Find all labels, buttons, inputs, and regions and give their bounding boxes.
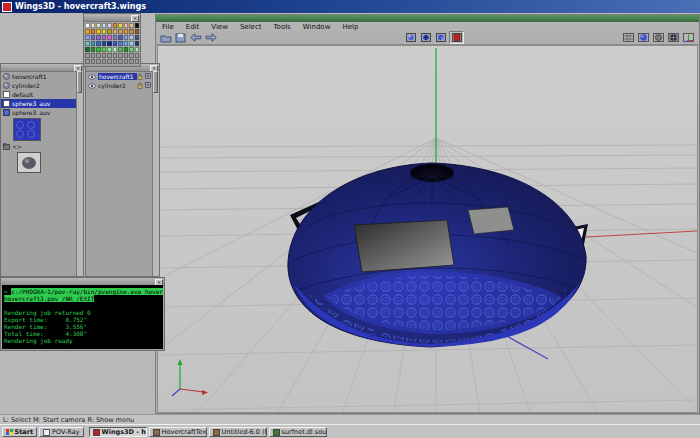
palette-swatch-6-4[interactable] (107, 59, 112, 64)
palette-swatch-1-1[interactable] (91, 29, 96, 34)
palette-swatch-0-1[interactable] (91, 23, 96, 28)
povray-task-button[interactable]: POV-Ray (39, 427, 84, 437)
palette-swatch-3-8[interactable] (129, 41, 134, 46)
palette-swatch-2-0[interactable] (85, 35, 90, 40)
palette-swatch-0-4[interactable] (107, 23, 112, 28)
palette-swatch-1-0[interactable] (85, 29, 90, 34)
redo-arrow-icon[interactable] (204, 32, 217, 43)
palette-swatch-1-8[interactable] (129, 29, 134, 34)
wire-toggle-icon[interactable] (145, 73, 151, 81)
palette-swatch-0-3[interactable] (102, 23, 107, 28)
outliner-titlebar[interactable]: × (1, 64, 83, 72)
taskbar-browser-task-button[interactable]: surfnet.dl.sourceforge.n... (269, 427, 327, 437)
palette-swatch-6-2[interactable] (96, 59, 101, 64)
texture-thumbnail[interactable] (13, 118, 41, 141)
menu-window[interactable]: Window (297, 23, 337, 31)
palette-swatch-1-4[interactable] (107, 29, 112, 34)
palette-swatch-2-8[interactable] (129, 35, 134, 40)
palette-swatch-1-7[interactable] (124, 29, 129, 34)
palette-swatch-1-5[interactable] (113, 29, 118, 34)
palette-swatch-5-3[interactable] (102, 53, 107, 58)
palette-swatch-2-4[interactable] (107, 35, 112, 40)
palette-swatch-3-6[interactable] (118, 41, 123, 46)
palette-swatch-1-9[interactable] (135, 29, 140, 34)
palette-swatch-5-1[interactable] (91, 53, 96, 58)
palette-swatch-6-0[interactable] (85, 59, 90, 64)
palette-swatch-3-5[interactable] (113, 41, 118, 46)
palette-swatch-4-5[interactable] (113, 47, 118, 52)
body-mode-icon[interactable] (449, 31, 464, 44)
flat-shaded-icon[interactable] (652, 32, 665, 43)
palette-swatch-5-9[interactable] (135, 53, 140, 58)
palette-swatch-6-5[interactable] (113, 59, 118, 64)
palette-swatch-4-6[interactable] (118, 47, 123, 52)
eye-icon[interactable] (88, 83, 96, 89)
palette-swatch-2-2[interactable] (96, 35, 101, 40)
palette-swatch-6-8[interactable] (129, 59, 134, 64)
palette-swatch-2-5[interactable] (113, 35, 118, 40)
groundplane-toggle-icon[interactable] (622, 32, 635, 43)
geometry-window-header[interactable] (156, 15, 699, 22)
palette-swatch-0-7[interactable] (124, 23, 129, 28)
palette-swatch-2-3[interactable] (102, 35, 107, 40)
outliner-item-rendered[interactable]: <> (1, 142, 76, 151)
palette-swatch-3-4[interactable] (107, 41, 112, 46)
menu-tools[interactable]: Tools (268, 23, 297, 31)
palette-swatch-6-6[interactable] (118, 59, 123, 64)
palette-swatch-4-1[interactable] (91, 47, 96, 52)
palette-swatch-1-2[interactable] (96, 29, 101, 34)
outliner-scrollbar[interactable] (76, 71, 83, 276)
wireframe-icon[interactable] (667, 32, 680, 43)
menu-select[interactable]: Select (234, 23, 268, 31)
palette-swatch-0-6[interactable] (118, 23, 123, 28)
eye-icon[interactable] (88, 74, 96, 80)
palette-swatch-4-8[interactable] (129, 47, 134, 52)
save-icon[interactable] (174, 32, 187, 43)
palette-swatch-4-0[interactable] (85, 47, 90, 52)
taskbar-gimp-task-button[interactable]: Untitled-6.0 (RGB, 1 lay... (209, 427, 267, 437)
palette-swatch-0-0[interactable] (85, 23, 90, 28)
palette-swatch-4-2[interactable] (96, 47, 101, 52)
open-folder-icon[interactable] (159, 32, 172, 43)
palette-swatch-4-9[interactable] (135, 47, 140, 52)
undo-arrow-icon[interactable] (189, 32, 202, 43)
lock-icon[interactable] (137, 82, 143, 90)
edge-mode-icon[interactable] (419, 32, 432, 43)
geometry-graph-scrollbar[interactable] (152, 71, 159, 276)
window-titlebar[interactable]: Wings3D - hovercraft3.wings (0, 0, 700, 13)
palette-swatch-4-4[interactable] (107, 47, 112, 52)
taskbar-gimp-task-button[interactable]: HovercraftTexture.xcf-2... (149, 427, 207, 437)
taskbar-wings3d-task-button[interactable]: Wings3D - hovercraft... (89, 427, 147, 437)
palette-titlebar[interactable]: × (84, 14, 140, 22)
palette-swatch-2-7[interactable] (124, 35, 129, 40)
start-button[interactable]: Start (2, 427, 37, 437)
palette-swatch-0-9[interactable] (135, 23, 140, 28)
palette-swatch-4-7[interactable] (124, 47, 129, 52)
palette-close-icon[interactable]: × (131, 15, 139, 22)
palette-swatch-5-5[interactable] (113, 53, 118, 58)
palette-swatch-5-7[interactable] (124, 53, 129, 58)
outliner-item-default[interactable]: default (1, 90, 76, 99)
palette-swatch-6-3[interactable] (102, 59, 107, 64)
palette-swatch-5-8[interactable] (129, 53, 134, 58)
palette-swatch-3-3[interactable] (102, 41, 107, 46)
smooth-shaded-icon[interactable] (637, 32, 650, 43)
outliner-item-hovercraft1[interactable]: hovercraft1 (1, 72, 76, 81)
palette-swatch-5-0[interactable] (85, 53, 90, 58)
palette-swatch-5-4[interactable] (107, 53, 112, 58)
palette-swatch-3-0[interactable] (85, 41, 90, 46)
palette-swatch-4-3[interactable] (102, 47, 107, 52)
palette-swatch-1-3[interactable] (102, 29, 107, 34)
palette-swatch-0-8[interactable] (129, 23, 134, 28)
palette-swatch-2-6[interactable] (118, 35, 123, 40)
palette-swatch-6-7[interactable] (124, 59, 129, 64)
outliner-item-sphere3_auv[interactable]: sphere3_auv (1, 99, 76, 108)
menu-help[interactable]: Help (336, 23, 364, 31)
palette-swatch-3-2[interactable] (96, 41, 101, 46)
face-mode-icon[interactable] (434, 32, 447, 43)
palette-swatch-3-9[interactable] (135, 41, 140, 46)
menu-file[interactable]: File (156, 23, 180, 31)
rendered-thumbnail[interactable] (17, 152, 41, 173)
palette-swatch-5-2[interactable] (96, 53, 101, 58)
palette-swatch-0-2[interactable] (96, 23, 101, 28)
